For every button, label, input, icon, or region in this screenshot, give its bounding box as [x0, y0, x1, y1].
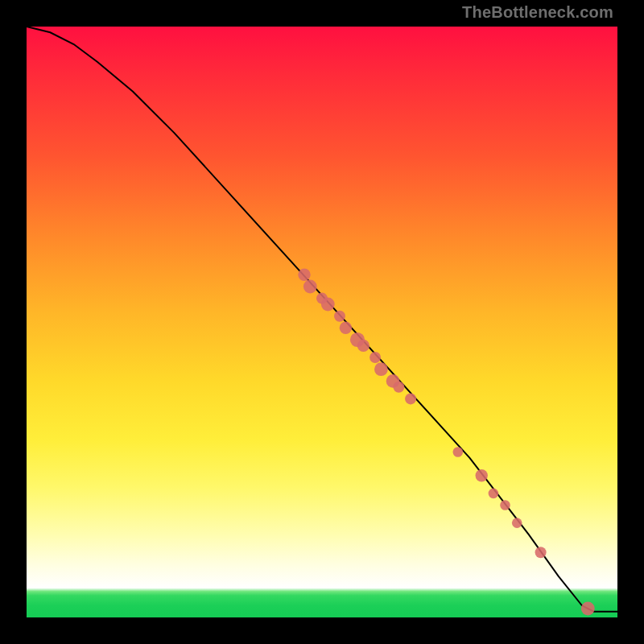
data-point — [489, 489, 499, 499]
data-point — [374, 362, 388, 376]
data-point — [369, 352, 381, 363]
data-point — [500, 500, 510, 510]
data-point — [357, 340, 369, 352]
data-point — [334, 311, 345, 322]
data-point — [321, 298, 335, 312]
chart-frame: TheBottleneck.com — [0, 0, 644, 644]
chart-svg — [27, 27, 617, 617]
data-point — [512, 518, 522, 528]
data-point — [298, 269, 310, 281]
data-point — [453, 447, 464, 457]
bottleneck-curve — [27, 27, 617, 612]
data-point — [393, 382, 404, 393]
data-point — [581, 602, 595, 616]
data-point — [476, 469, 488, 481]
watermark-text: TheBottleneck.com — [462, 3, 613, 22]
data-point — [340, 322, 352, 334]
data-point — [535, 547, 547, 558]
data-point — [405, 393, 416, 404]
plot-area — [27, 27, 617, 617]
data-point — [303, 280, 317, 294]
